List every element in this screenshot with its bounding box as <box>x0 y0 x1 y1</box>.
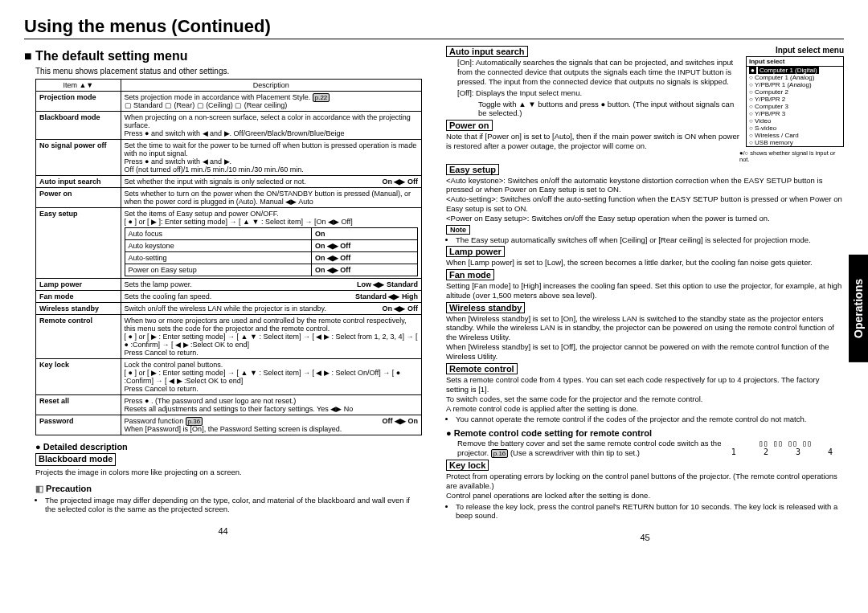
row-blackboard-desc: When projecting on a non-screen surface,… <box>121 112 421 140</box>
row-autoinput-desc: Set whether the input with signals is on… <box>121 176 421 188</box>
precaution-text: The projected image may differ depending… <box>45 496 422 513</box>
row-nosignal-desc: Set the time to wait for the power to be… <box>121 140 421 176</box>
opt: Wireless / Card <box>755 132 799 139</box>
text: Password function <box>125 417 184 425</box>
row-password-item: Password <box>36 415 121 435</box>
c: On ◀▶ Off <box>311 240 417 252</box>
col-item: Item ▲▼ <box>36 80 121 92</box>
row-nosignal-item: No signal power off <box>36 140 121 176</box>
remote-nums: 1 2 3 4 <box>727 447 844 456</box>
page-number-left: 44 <box>24 526 422 536</box>
toggle: On ◀▶ Off <box>383 304 419 313</box>
row-lamp-item: Lamp power <box>36 279 121 291</box>
opt: S-video <box>755 125 776 132</box>
c: Power on Easy setup <box>125 264 311 276</box>
fan-text: Setting [Fan mode] to [High] increases t… <box>446 281 844 300</box>
remote-bullet: You cannot operate the remote control if… <box>456 415 844 423</box>
row-wireless-item: Wireless standby <box>36 303 121 315</box>
row-keylock-item: Key lock <box>36 359 121 395</box>
section-intro: This menu shows placement status and oth… <box>35 67 422 76</box>
wireless-head: Wireless standby <box>446 302 525 313</box>
lamp-head: Lamp power <box>446 246 505 257</box>
blackboard-mode-label: Blackboard mode <box>35 453 116 466</box>
text: Set the items of Easy setup and power ON… <box>125 210 418 226</box>
row-easysetup-item: Easy setup <box>36 208 121 279</box>
page-ref: p.22 <box>313 93 330 102</box>
options: ▢ Standard ▢ (Rear) ▢ (Ceiling) ▢ (Rear … <box>125 101 288 109</box>
hint: (Use a screwdriver with thin tip to set.… <box>510 448 640 457</box>
toggle: On ◀▶ Off <box>383 178 419 186</box>
main-title: Using the menus (Continued) <box>24 16 844 39</box>
remote-head: Remote control <box>446 363 518 374</box>
lamp-text: When [Lamp power] is set to [Low], the s… <box>446 258 844 268</box>
row-remote-item: Remote control <box>36 315 121 359</box>
poweron-head: Power on <box>446 120 493 131</box>
opt: Computer 3 <box>755 103 788 110</box>
opt: Y/PB/PR 1 (Analog) <box>755 81 812 88</box>
easysetup-text: <Auto keystone>: Switches on/off the aut… <box>446 176 844 223</box>
row-projection-item: Projection mode <box>36 92 121 112</box>
keylock-head: Key lock <box>446 460 489 471</box>
text: When [Password] is [On], the Password Se… <box>125 425 342 433</box>
row-fan-desc: Sets the cooling fan speed. Standard ◀▶ … <box>121 291 421 303</box>
fan-head: Fan mode <box>446 269 494 280</box>
col-desc: Description <box>121 80 421 92</box>
c: On ◀▶ Off <box>311 264 417 276</box>
remote-switch-icons: ▯▯ ▯▯ ▯▯ ▯▯1 2 3 4 <box>727 439 844 456</box>
opt: Computer 2 <box>755 88 788 96</box>
toggle: Low ◀▶ Standard <box>357 280 418 288</box>
row-easysetup-desc: Set the items of Easy setup and power ON… <box>121 208 421 279</box>
toggle: Off ◀▶ On <box>383 417 419 425</box>
opt: Y/PB/PR 2 <box>755 96 785 103</box>
page-ref: p.16 <box>491 449 509 458</box>
opt: Y/PB/PR 3 <box>755 110 785 117</box>
text: Switch on/off the wireless LAN while the… <box>125 304 326 313</box>
easysetup-head: Easy setup <box>446 164 499 175</box>
wireless-text: When [Wireless standby] is set to [On], … <box>446 314 844 362</box>
section-title: The default setting menu <box>24 49 422 63</box>
c: On <box>311 228 417 240</box>
opt: Video <box>755 117 771 125</box>
c: On ◀▶ Off <box>311 252 417 264</box>
toggle: Standard ◀▶ High <box>355 292 418 300</box>
row-password-desc: Password function p.36 Off ◀▶ On When [P… <box>121 415 421 435</box>
row-projection-desc: Sets projection mode in accordance with … <box>121 92 421 112</box>
row-reset-item: Reset all <box>36 395 121 415</box>
row-reset-desc: Press ● . (The password and user logo ar… <box>121 395 421 415</box>
note-label: Note <box>446 225 470 235</box>
input-select-caption: Input select menu <box>739 46 844 55</box>
page-right: Input select menu Input select ● Compute… <box>446 46 844 542</box>
autoinput-head: Auto input search <box>446 46 528 57</box>
easysetup-note: The Easy setup automatically switches of… <box>456 235 844 244</box>
opt: Computer 1 (Analog) <box>755 74 814 81</box>
row-lamp-desc: Sets the lamp power. Low ◀▶ Standard <box>121 279 421 291</box>
row-fan-item: Fan mode <box>36 291 121 303</box>
input-select-box: Input select ● Computer 1 (Digital) ○ Co… <box>746 56 844 147</box>
remote-code-head: Remote control code setting for remote c… <box>446 428 844 438</box>
text: Sets the cooling fan speed. <box>125 292 212 300</box>
page-left: The default setting menu This menu shows… <box>24 46 422 542</box>
detailed-description-head: Detailed description <box>35 442 422 452</box>
input-select-note: ●/○ shows whether signal is input or not… <box>739 150 844 164</box>
settings-table: Item ▲▼ Description Projection mode Sets… <box>35 79 422 435</box>
row-remote-desc: When two or more projectors are used and… <box>121 315 421 359</box>
row-blackboard-item: Blackboard mode <box>36 112 121 140</box>
opt: USB memory <box>755 139 793 146</box>
remote-text: Sets a remote control code from 4 types.… <box>446 375 844 414</box>
row-poweron-desc: Sets whether to turn on the power when t… <box>121 188 421 208</box>
c: Auto keystone <box>125 240 311 252</box>
text: Sets projection mode in accordance with … <box>125 93 311 101</box>
side-tab-operations: Operations <box>849 255 868 362</box>
text: Sets the lamp power. <box>125 280 192 288</box>
row-poweron-item: Power on <box>36 188 121 208</box>
row-autoinput-item: Auto input search <box>36 176 121 188</box>
page-number-right: 45 <box>446 533 844 542</box>
row-keylock-desc: Lock the control panel buttons. [ ● ] or… <box>121 359 421 395</box>
opt: Computer 1 (Digital) <box>758 67 819 74</box>
input-select-header: Input select <box>747 57 843 67</box>
text: Set whether the input with signals is on… <box>125 178 306 186</box>
precaution-head: Precaution <box>35 484 422 494</box>
easy-subtable: Auto focusOn Auto keystoneOn ◀▶ Off Auto… <box>125 227 418 276</box>
row-wireless-desc: Switch on/off the wireless LAN while the… <box>121 303 421 315</box>
c: Auto-setting <box>125 252 311 264</box>
